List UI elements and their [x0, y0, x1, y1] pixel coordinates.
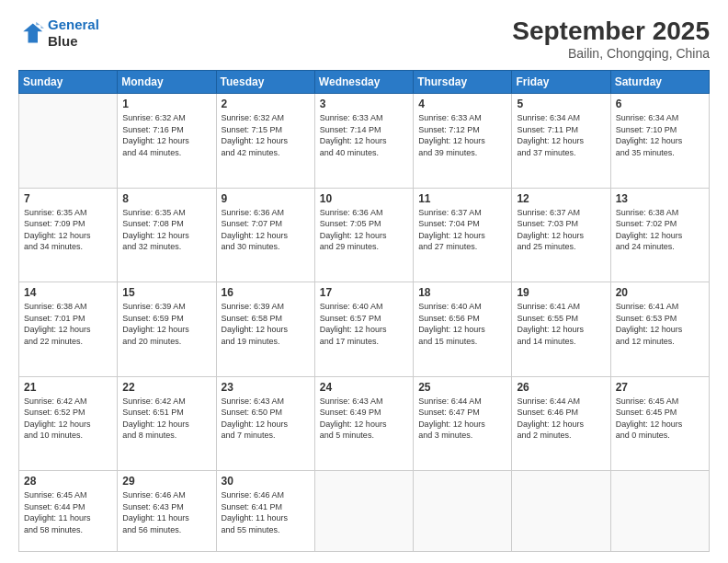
day-info: Sunrise: 6:35 AM Sunset: 7:08 PM Dayligh…: [122, 207, 210, 253]
day-info: Sunrise: 6:41 AM Sunset: 6:53 PM Dayligh…: [616, 301, 704, 347]
calendar-cell: 30Sunrise: 6:46 AM Sunset: 6:41 PM Dayli…: [216, 471, 314, 552]
calendar-cell: 5Sunrise: 6:34 AM Sunset: 7:11 PM Daylig…: [512, 94, 610, 189]
day-number: 6: [616, 98, 704, 110]
day-number: 26: [517, 381, 605, 394]
day-number: 17: [320, 286, 408, 299]
day-number: 28: [24, 475, 112, 488]
logo-line2: Blue: [48, 33, 99, 50]
calendar-cell: 17Sunrise: 6:40 AM Sunset: 6:57 PM Dayli…: [314, 282, 413, 377]
svg-marker-0: [23, 24, 42, 43]
subtitle: Bailin, Chongqing, China: [512, 46, 710, 61]
day-number: 2: [222, 98, 310, 110]
calendar-week-row: 7Sunrise: 6:35 AM Sunset: 7:09 PM Daylig…: [19, 188, 710, 282]
calendar-cell: 16Sunrise: 6:39 AM Sunset: 6:58 PM Dayli…: [216, 282, 314, 377]
day-info: Sunrise: 6:41 AM Sunset: 6:55 PM Dayligh…: [517, 301, 605, 347]
day-info: Sunrise: 6:44 AM Sunset: 6:47 PM Dayligh…: [418, 396, 506, 442]
calendar-cell: 11Sunrise: 6:37 AM Sunset: 7:04 PM Dayli…: [414, 188, 512, 282]
weekday-header: Tuesday: [216, 71, 314, 94]
calendar-cell: 3Sunrise: 6:33 AM Sunset: 7:14 PM Daylig…: [314, 94, 413, 189]
day-info: Sunrise: 6:33 AM Sunset: 7:12 PM Dayligh…: [418, 112, 506, 158]
day-number: 14: [24, 286, 112, 299]
day-number: 30: [222, 475, 310, 488]
day-info: Sunrise: 6:42 AM Sunset: 6:52 PM Dayligh…: [24, 396, 112, 442]
title-block: September 2025 Bailin, Chongqing, China: [512, 17, 710, 61]
calendar-cell: 8Sunrise: 6:35 AM Sunset: 7:08 PM Daylig…: [118, 188, 216, 282]
day-info: Sunrise: 6:34 AM Sunset: 7:10 PM Dayligh…: [616, 112, 704, 158]
calendar-cell: 26Sunrise: 6:44 AM Sunset: 6:46 PM Dayli…: [512, 376, 610, 471]
calendar-cell: 1Sunrise: 6:32 AM Sunset: 7:16 PM Daylig…: [118, 94, 216, 189]
calendar-cell: [610, 471, 709, 552]
calendar-cell: [414, 471, 512, 552]
calendar-cell: 9Sunrise: 6:36 AM Sunset: 7:07 PM Daylig…: [216, 188, 314, 282]
day-number: 27: [616, 381, 704, 394]
day-info: Sunrise: 6:35 AM Sunset: 7:09 PM Dayligh…: [24, 207, 112, 253]
calendar-cell: 29Sunrise: 6:46 AM Sunset: 6:43 PM Dayli…: [118, 471, 216, 552]
day-number: 29: [122, 475, 210, 488]
calendar-cell: 28Sunrise: 6:45 AM Sunset: 6:44 PM Dayli…: [19, 471, 118, 552]
day-number: 8: [122, 192, 210, 205]
day-info: Sunrise: 6:37 AM Sunset: 7:03 PM Dayligh…: [517, 207, 605, 253]
calendar-week-row: 1Sunrise: 6:32 AM Sunset: 7:16 PM Daylig…: [19, 94, 710, 189]
calendar-week-row: 28Sunrise: 6:45 AM Sunset: 6:44 PM Dayli…: [19, 471, 710, 552]
calendar-header-row: SundayMondayTuesdayWednesdayThursdayFrid…: [19, 71, 710, 94]
day-number: 7: [24, 192, 112, 205]
day-info: Sunrise: 6:46 AM Sunset: 6:43 PM Dayligh…: [122, 489, 210, 535]
logo-icon: [18, 20, 44, 46]
day-number: 15: [122, 286, 210, 299]
day-info: Sunrise: 6:36 AM Sunset: 7:05 PM Dayligh…: [320, 207, 408, 253]
day-info: Sunrise: 6:37 AM Sunset: 7:04 PM Dayligh…: [418, 207, 506, 253]
day-info: Sunrise: 6:42 AM Sunset: 6:51 PM Dayligh…: [122, 396, 210, 442]
day-info: Sunrise: 6:43 AM Sunset: 6:50 PM Dayligh…: [222, 396, 310, 442]
day-info: Sunrise: 6:40 AM Sunset: 6:57 PM Dayligh…: [320, 301, 408, 347]
day-info: Sunrise: 6:43 AM Sunset: 6:49 PM Dayligh…: [320, 396, 408, 442]
day-number: 9: [222, 192, 310, 205]
day-info: Sunrise: 6:32 AM Sunset: 7:16 PM Dayligh…: [122, 112, 210, 158]
day-number: 25: [418, 381, 506, 394]
logo-text: General Blue: [48, 17, 99, 50]
calendar-cell: 24Sunrise: 6:43 AM Sunset: 6:49 PM Dayli…: [314, 376, 413, 471]
day-number: 18: [418, 286, 506, 299]
header: General Blue September 2025 Bailin, Chon…: [18, 17, 710, 61]
day-number: 13: [616, 192, 704, 205]
calendar-cell: 27Sunrise: 6:45 AM Sunset: 6:45 PM Dayli…: [610, 376, 709, 471]
day-info: Sunrise: 6:39 AM Sunset: 6:58 PM Dayligh…: [222, 301, 310, 347]
day-number: 21: [24, 381, 112, 394]
calendar-cell: 13Sunrise: 6:38 AM Sunset: 7:02 PM Dayli…: [610, 188, 709, 282]
day-info: Sunrise: 6:46 AM Sunset: 6:41 PM Dayligh…: [222, 489, 310, 535]
calendar-cell: 15Sunrise: 6:39 AM Sunset: 6:59 PM Dayli…: [118, 282, 216, 377]
calendar-cell: 19Sunrise: 6:41 AM Sunset: 6:55 PM Dayli…: [512, 282, 610, 377]
day-info: Sunrise: 6:34 AM Sunset: 7:11 PM Dayligh…: [517, 112, 605, 158]
calendar-cell: [512, 471, 610, 552]
day-info: Sunrise: 6:32 AM Sunset: 7:15 PM Dayligh…: [222, 112, 310, 158]
day-number: 19: [517, 286, 605, 299]
weekday-header: Saturday: [610, 71, 709, 94]
weekday-header: Monday: [118, 71, 216, 94]
calendar-cell: 6Sunrise: 6:34 AM Sunset: 7:10 PM Daylig…: [610, 94, 709, 189]
day-info: Sunrise: 6:39 AM Sunset: 6:59 PM Dayligh…: [122, 301, 210, 347]
calendar-cell: 2Sunrise: 6:32 AM Sunset: 7:15 PM Daylig…: [216, 94, 314, 189]
calendar-cell: 4Sunrise: 6:33 AM Sunset: 7:12 PM Daylig…: [414, 94, 512, 189]
day-number: 1: [122, 98, 210, 110]
day-number: 22: [122, 381, 210, 394]
day-number: 24: [320, 381, 408, 394]
calendar-cell: 23Sunrise: 6:43 AM Sunset: 6:50 PM Dayli…: [216, 376, 314, 471]
calendar-cell: 10Sunrise: 6:36 AM Sunset: 7:05 PM Dayli…: [314, 188, 413, 282]
day-info: Sunrise: 6:38 AM Sunset: 7:02 PM Dayligh…: [616, 207, 704, 253]
weekday-header: Sunday: [19, 71, 118, 94]
day-info: Sunrise: 6:45 AM Sunset: 6:44 PM Dayligh…: [24, 489, 112, 535]
day-info: Sunrise: 6:44 AM Sunset: 6:46 PM Dayligh…: [517, 396, 605, 442]
calendar-cell: 18Sunrise: 6:40 AM Sunset: 6:56 PM Dayli…: [414, 282, 512, 377]
calendar-cell: 22Sunrise: 6:42 AM Sunset: 6:51 PM Dayli…: [118, 376, 216, 471]
calendar-week-row: 14Sunrise: 6:38 AM Sunset: 7:01 PM Dayli…: [19, 282, 710, 377]
day-number: 20: [616, 286, 704, 299]
logo: General Blue: [18, 17, 99, 50]
calendar-cell: [314, 471, 413, 552]
day-number: 11: [418, 192, 506, 205]
calendar-cell: 7Sunrise: 6:35 AM Sunset: 7:09 PM Daylig…: [19, 188, 118, 282]
day-info: Sunrise: 6:45 AM Sunset: 6:45 PM Dayligh…: [616, 396, 704, 442]
page: General Blue September 2025 Bailin, Chon…: [0, 0, 728, 563]
day-number: 10: [320, 192, 408, 205]
day-number: 12: [517, 192, 605, 205]
weekday-header: Wednesday: [314, 71, 413, 94]
day-info: Sunrise: 6:40 AM Sunset: 6:56 PM Dayligh…: [418, 301, 506, 347]
